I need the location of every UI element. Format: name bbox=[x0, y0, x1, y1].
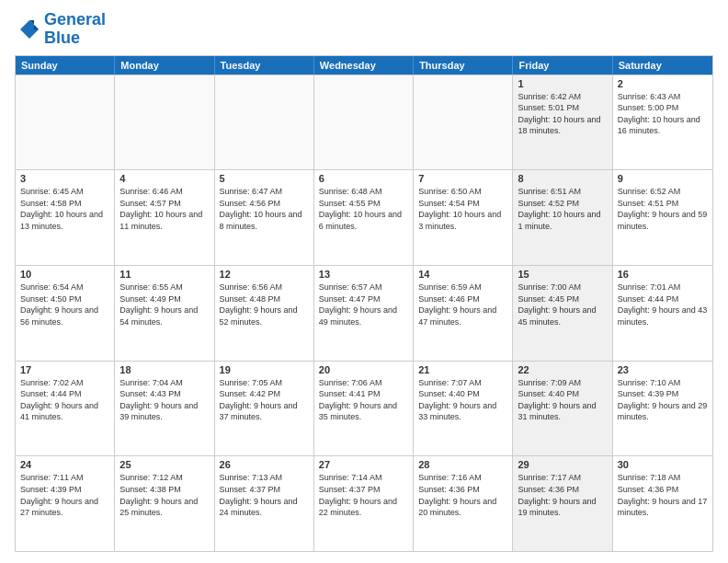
calendar-cell: 18Sunrise: 7:04 AMSunset: 4:43 PMDayligh… bbox=[115, 362, 214, 456]
calendar-cell: 3Sunrise: 6:45 AMSunset: 4:58 PMDaylight… bbox=[16, 170, 115, 265]
day-info: Sunrise: 7:01 AMSunset: 4:44 PMDaylight:… bbox=[618, 282, 708, 327]
day-info: Sunrise: 7:16 AMSunset: 4:36 PMDaylight:… bbox=[418, 472, 507, 518]
day-number: 26 bbox=[220, 459, 309, 470]
calendar-cell: 16Sunrise: 7:01 AMSunset: 4:44 PMDayligh… bbox=[613, 266, 712, 361]
header: General Blue bbox=[15, 11, 713, 48]
day-number: 10 bbox=[20, 269, 109, 280]
calendar-cell: 20Sunrise: 7:06 AMSunset: 4:41 PMDayligh… bbox=[314, 362, 414, 456]
calendar-cell bbox=[314, 75, 414, 170]
calendar-cell: 13Sunrise: 6:57 AMSunset: 4:47 PMDayligh… bbox=[314, 266, 414, 361]
calendar-row: 1Sunrise: 6:42 AMSunset: 5:01 PMDaylight… bbox=[16, 75, 712, 170]
day-number: 18 bbox=[119, 364, 209, 375]
day-number: 9 bbox=[618, 173, 708, 184]
day-number: 20 bbox=[319, 364, 408, 375]
calendar-header-cell: Sunday bbox=[16, 56, 115, 75]
calendar-cell: 17Sunrise: 7:02 AMSunset: 4:44 PMDayligh… bbox=[16, 362, 115, 456]
day-number: 29 bbox=[518, 459, 607, 470]
day-info: Sunrise: 7:18 AMSunset: 4:36 PMDaylight:… bbox=[618, 472, 708, 518]
day-number: 4 bbox=[119, 173, 209, 184]
calendar-cell: 28Sunrise: 7:16 AMSunset: 4:36 PMDayligh… bbox=[414, 456, 513, 551]
day-info: Sunrise: 6:43 AMSunset: 5:00 PMDaylight:… bbox=[618, 91, 708, 137]
page: General Blue SundayMondayTuesdayWednesda… bbox=[0, 0, 728, 563]
day-info: Sunrise: 7:17 AMSunset: 4:36 PMDaylight:… bbox=[518, 472, 607, 518]
day-info: Sunrise: 6:56 AMSunset: 4:48 PMDaylight:… bbox=[220, 282, 309, 327]
day-number: 24 bbox=[20, 459, 109, 470]
calendar-cell: 27Sunrise: 7:14 AMSunset: 4:37 PMDayligh… bbox=[314, 456, 414, 551]
calendar-cell: 6Sunrise: 6:48 AMSunset: 4:55 PMDaylight… bbox=[314, 170, 414, 265]
calendar-cell bbox=[115, 75, 214, 170]
calendar-header-cell: Thursday bbox=[414, 56, 513, 75]
day-number: 3 bbox=[20, 173, 109, 184]
day-number: 23 bbox=[618, 364, 708, 375]
day-info: Sunrise: 6:45 AMSunset: 4:58 PMDaylight:… bbox=[20, 186, 109, 232]
calendar-cell: 10Sunrise: 6:54 AMSunset: 4:50 PMDayligh… bbox=[16, 266, 115, 361]
day-number: 13 bbox=[319, 269, 408, 280]
day-number: 17 bbox=[20, 364, 109, 375]
calendar-cell: 11Sunrise: 6:55 AMSunset: 4:49 PMDayligh… bbox=[115, 266, 214, 361]
day-info: Sunrise: 7:06 AMSunset: 4:41 PMDaylight:… bbox=[319, 377, 408, 423]
day-info: Sunrise: 7:10 AMSunset: 4:39 PMDaylight:… bbox=[618, 377, 708, 423]
day-number: 6 bbox=[319, 173, 408, 184]
calendar-row: 24Sunrise: 7:11 AMSunset: 4:39 PMDayligh… bbox=[16, 455, 712, 551]
calendar-body: 1Sunrise: 6:42 AMSunset: 5:01 PMDaylight… bbox=[16, 75, 712, 551]
day-info: Sunrise: 6:42 AMSunset: 5:01 PMDaylight:… bbox=[518, 91, 607, 137]
day-info: Sunrise: 6:54 AMSunset: 4:50 PMDaylight:… bbox=[20, 282, 109, 327]
logo-text: General Blue bbox=[44, 11, 106, 48]
calendar-cell: 21Sunrise: 7:07 AMSunset: 4:40 PMDayligh… bbox=[414, 362, 513, 456]
day-number: 27 bbox=[319, 459, 408, 470]
day-info: Sunrise: 7:00 AMSunset: 4:45 PMDaylight:… bbox=[518, 282, 607, 327]
calendar-cell: 26Sunrise: 7:13 AMSunset: 4:37 PMDayligh… bbox=[215, 456, 314, 551]
day-info: Sunrise: 7:04 AMSunset: 4:43 PMDaylight:… bbox=[119, 377, 209, 423]
calendar-cell: 1Sunrise: 6:42 AMSunset: 5:01 PMDaylight… bbox=[513, 75, 612, 170]
day-info: Sunrise: 6:52 AMSunset: 4:51 PMDaylight:… bbox=[618, 186, 708, 232]
day-info: Sunrise: 6:51 AMSunset: 4:52 PMDaylight:… bbox=[518, 186, 607, 232]
day-number: 7 bbox=[418, 173, 507, 184]
day-info: Sunrise: 7:09 AMSunset: 4:40 PMDaylight:… bbox=[518, 377, 607, 423]
day-info: Sunrise: 7:05 AMSunset: 4:42 PMDaylight:… bbox=[220, 377, 309, 423]
calendar-header-cell: Wednesday bbox=[314, 56, 414, 75]
day-number: 14 bbox=[418, 269, 507, 280]
calendar-cell bbox=[16, 75, 115, 170]
calendar-row: 17Sunrise: 7:02 AMSunset: 4:44 PMDayligh… bbox=[16, 361, 712, 456]
logo: General Blue bbox=[15, 11, 106, 48]
day-number: 21 bbox=[418, 364, 507, 375]
day-info: Sunrise: 6:50 AMSunset: 4:54 PMDaylight:… bbox=[418, 186, 507, 232]
day-info: Sunrise: 7:02 AMSunset: 4:44 PMDaylight:… bbox=[20, 377, 109, 423]
calendar-cell: 15Sunrise: 7:00 AMSunset: 4:45 PMDayligh… bbox=[513, 266, 612, 361]
day-info: Sunrise: 6:48 AMSunset: 4:55 PMDaylight:… bbox=[319, 186, 408, 232]
calendar-header-cell: Saturday bbox=[613, 56, 712, 75]
calendar-cell bbox=[215, 75, 314, 170]
calendar-cell: 8Sunrise: 6:51 AMSunset: 4:52 PMDaylight… bbox=[513, 170, 612, 265]
day-info: Sunrise: 6:55 AMSunset: 4:49 PMDaylight:… bbox=[119, 282, 209, 327]
calendar-cell: 24Sunrise: 7:11 AMSunset: 4:39 PMDayligh… bbox=[16, 456, 115, 551]
day-number: 1 bbox=[518, 78, 607, 89]
calendar: SundayMondayTuesdayWednesdayThursdayFrid… bbox=[15, 55, 713, 552]
calendar-cell: 4Sunrise: 6:46 AMSunset: 4:57 PMDaylight… bbox=[115, 170, 214, 265]
day-info: Sunrise: 7:11 AMSunset: 4:39 PMDaylight:… bbox=[20, 472, 109, 518]
day-info: Sunrise: 6:59 AMSunset: 4:46 PMDaylight:… bbox=[418, 282, 507, 327]
day-info: Sunrise: 7:07 AMSunset: 4:40 PMDaylight:… bbox=[418, 377, 507, 423]
calendar-cell: 23Sunrise: 7:10 AMSunset: 4:39 PMDayligh… bbox=[613, 362, 712, 456]
day-number: 11 bbox=[119, 269, 209, 280]
calendar-cell: 22Sunrise: 7:09 AMSunset: 4:40 PMDayligh… bbox=[513, 362, 612, 456]
calendar-cell: 14Sunrise: 6:59 AMSunset: 4:46 PMDayligh… bbox=[414, 266, 513, 361]
day-number: 30 bbox=[618, 459, 708, 470]
calendar-header-cell: Friday bbox=[513, 56, 612, 75]
calendar-cell bbox=[414, 75, 513, 170]
calendar-cell: 9Sunrise: 6:52 AMSunset: 4:51 PMDaylight… bbox=[613, 170, 712, 265]
calendar-cell: 30Sunrise: 7:18 AMSunset: 4:36 PMDayligh… bbox=[613, 456, 712, 551]
calendar-cell: 7Sunrise: 6:50 AMSunset: 4:54 PMDaylight… bbox=[414, 170, 513, 265]
day-number: 8 bbox=[518, 173, 607, 184]
calendar-cell: 25Sunrise: 7:12 AMSunset: 4:38 PMDayligh… bbox=[115, 456, 214, 551]
calendar-cell: 2Sunrise: 6:43 AMSunset: 5:00 PMDaylight… bbox=[613, 75, 712, 170]
day-number: 5 bbox=[220, 173, 309, 184]
day-info: Sunrise: 7:14 AMSunset: 4:37 PMDaylight:… bbox=[319, 472, 408, 518]
calendar-header-cell: Tuesday bbox=[215, 56, 314, 75]
day-info: Sunrise: 6:47 AMSunset: 4:56 PMDaylight:… bbox=[220, 186, 309, 232]
calendar-row: 3Sunrise: 6:45 AMSunset: 4:58 PMDaylight… bbox=[16, 169, 712, 265]
calendar-header: SundayMondayTuesdayWednesdayThursdayFrid… bbox=[16, 56, 712, 75]
calendar-row: 10Sunrise: 6:54 AMSunset: 4:50 PMDayligh… bbox=[16, 265, 712, 361]
calendar-cell: 19Sunrise: 7:05 AMSunset: 4:42 PMDayligh… bbox=[215, 362, 314, 456]
day-info: Sunrise: 6:57 AMSunset: 4:47 PMDaylight:… bbox=[319, 282, 408, 327]
logo-icon bbox=[15, 17, 40, 42]
